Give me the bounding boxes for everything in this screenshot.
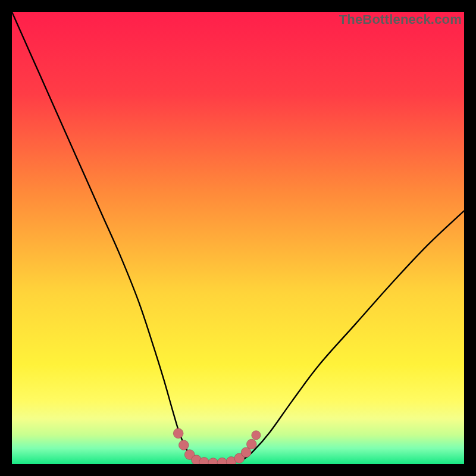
bottleneck-curve — [12, 12, 464, 464]
bottom-marker-cluster — [173, 428, 261, 464]
plot-area — [12, 12, 464, 464]
marker-dot — [178, 440, 189, 450]
marker-dot — [246, 439, 256, 449]
watermark-text: TheBottleneck.com — [339, 12, 462, 27]
chart-frame: TheBottleneck.com — [0, 0, 476, 476]
marker-dot — [173, 428, 183, 439]
marker-dot — [217, 458, 227, 464]
curve-layer — [12, 12, 464, 464]
marker-dot — [208, 458, 218, 464]
marker-dot — [252, 431, 261, 440]
